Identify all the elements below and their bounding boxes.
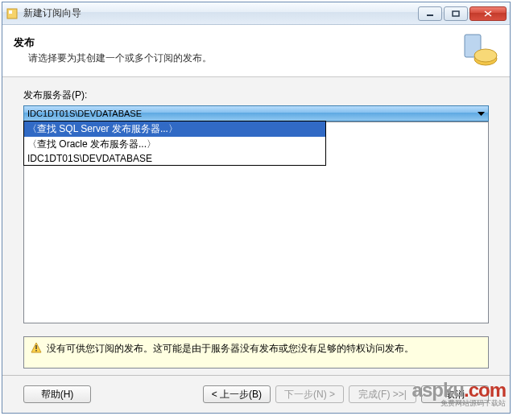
- warning-icon: [31, 342, 42, 353]
- warning-panel: 没有可供您订阅的发布。这可能是由于服务器没有发布或您没有足够的特权访问发布。: [23, 336, 489, 369]
- titlebar[interactable]: 新建订阅向导: [2, 2, 510, 25]
- wizard-icon: [461, 31, 498, 68]
- wizard-header: 发布 请选择要为其创建一个或多个订阅的发布。: [2, 25, 510, 77]
- finish-button: 完成(F) >>|: [349, 385, 416, 403]
- footer: 帮助(H) < 上一步(B) 下一步(N) > 完成(F) >>| 取消: [2, 376, 510, 413]
- svg-rect-3: [453, 11, 459, 16]
- svg-marker-9: [478, 112, 485, 116]
- combobox-option[interactable]: IDC1DT01S\DEVDATABASE: [24, 152, 325, 165]
- publisher-combobox[interactable]: IDC1DT01S\DEVDATABASE 〈查找 SQL Server 发布服…: [23, 105, 489, 121]
- chevron-down-icon: [478, 109, 485, 118]
- wizard-window: 新建订阅向导 发布 请选择要为其创建一个或多个订阅的发布。: [2, 2, 511, 414]
- publisher-label: 发布服务器(P):: [23, 89, 489, 102]
- combobox-display[interactable]: IDC1DT01S\DEVDATABASE: [23, 105, 489, 121]
- app-icon: [6, 7, 19, 20]
- page-title: 发布: [14, 35, 453, 50]
- content-area: 发布服务器(P): IDC1DT01S\DEVDATABASE 〈查找 SQL …: [2, 77, 510, 331]
- svg-rect-11: [35, 345, 36, 349]
- window-controls: [418, 6, 507, 21]
- svg-point-8: [474, 49, 497, 62]
- minimize-button[interactable]: [418, 6, 442, 21]
- combobox-option[interactable]: 〈查找 SQL Server 发布服务器...〉: [24, 121, 325, 137]
- close-button[interactable]: [469, 6, 507, 21]
- svg-rect-1: [9, 10, 12, 14]
- help-button[interactable]: 帮助(H): [23, 385, 91, 403]
- combobox-option[interactable]: 〈查找 Oracle 发布服务器...〉: [24, 137, 325, 152]
- combobox-value: IDC1DT01S\DEVDATABASE: [27, 109, 142, 118]
- cancel-button[interactable]: 取消: [421, 385, 489, 403]
- warning-text: 没有可供您订阅的发布。这可能是由于服务器没有发布或您没有足够的特权访问发布。: [47, 342, 414, 356]
- page-subtitle: 请选择要为其创建一个或多个订阅的发布。: [14, 51, 453, 65]
- window-title: 新建订阅向导: [23, 6, 418, 20]
- svg-rect-12: [35, 350, 36, 352]
- maximize-button[interactable]: [444, 6, 468, 21]
- combobox-dropdown: 〈查找 SQL Server 发布服务器...〉 〈查找 Oracle 发布服务…: [23, 121, 326, 166]
- next-button: 下一步(N) >: [275, 385, 344, 403]
- back-button[interactable]: < 上一步(B): [203, 385, 271, 403]
